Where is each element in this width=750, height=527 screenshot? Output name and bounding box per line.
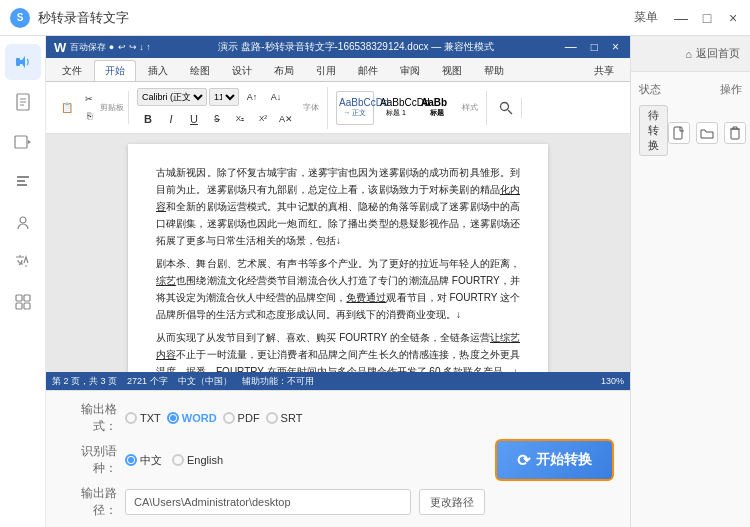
format-pdf[interactable]: PDF bbox=[223, 412, 260, 424]
strikethrough-btn[interactable]: S̶ bbox=[206, 109, 228, 129]
word-tab-help[interactable]: 帮助 bbox=[474, 61, 514, 81]
folder-action-icon[interactable] bbox=[696, 122, 718, 144]
sidebar-item-text[interactable] bbox=[5, 164, 41, 200]
font-size-select[interactable]: 11 bbox=[209, 88, 239, 106]
font-grow-btn[interactable]: A↑ bbox=[241, 87, 263, 107]
app-icon: S bbox=[10, 8, 30, 28]
title-bar: S 秒转录音转文字 菜单 — □ × bbox=[0, 0, 750, 36]
style-h1[interactable]: AaBbCcDd 标题 1 bbox=[377, 91, 415, 125]
format-txt-label: TXT bbox=[140, 412, 161, 424]
format-word-label: WORD bbox=[182, 412, 217, 424]
subscript-btn[interactable]: X₂ bbox=[229, 109, 251, 129]
radio-txt bbox=[125, 412, 137, 424]
format-txt[interactable]: TXT bbox=[125, 412, 161, 424]
style-h2[interactable]: AaBb 标题 bbox=[418, 91, 456, 125]
bold-btn[interactable]: B bbox=[137, 109, 159, 129]
word-tab-mail[interactable]: 邮件 bbox=[348, 61, 388, 81]
word-close[interactable]: × bbox=[609, 40, 622, 54]
word-tab-layout[interactable]: 布局 bbox=[264, 61, 304, 81]
word-content[interactable]: 古城新视因。除了怀复古城宇宙，迷雾宇宙也因为迷雾剧场的成功而初具雏形。到目前为止… bbox=[46, 134, 630, 372]
sidebar-item-doc[interactable] bbox=[5, 84, 41, 120]
font-group: Calibri (正文) 11 A↑ A↓ B I bbox=[133, 87, 328, 129]
word-title-bar: W 百动保存 ● ↩ ↪ ↓ ↑ 演示 盘路-秒转录音转文字-166538329… bbox=[46, 36, 630, 58]
path-input[interactable] bbox=[125, 489, 411, 515]
lang-english[interactable]: English bbox=[172, 454, 223, 466]
format-srt[interactable]: SRT bbox=[266, 412, 303, 424]
word-tabs: 文件 开始 插入 绘图 设计 布局 引用 邮件 审阅 视图 帮助 共享 bbox=[46, 58, 630, 82]
word-tab-ref[interactable]: 引用 bbox=[306, 61, 346, 81]
doc-icon bbox=[13, 92, 33, 112]
format-options: TXT WORD PDF bbox=[125, 412, 302, 424]
svg-rect-0 bbox=[16, 58, 20, 66]
right-panel-header: ⌂ 返回首页 bbox=[631, 36, 750, 72]
minimize-button[interactable]: — bbox=[674, 11, 688, 25]
word-tab-file[interactable]: 文件 bbox=[52, 61, 92, 81]
right-panel-body: 状态 操作 待转换 bbox=[631, 72, 750, 527]
word-paragraph-2: 剧本杀、舞台剧、艺术展、有声书等多个产业。为了更好的拉近与年轻人的距离，综艺也围… bbox=[156, 255, 520, 323]
format-srt-label: SRT bbox=[281, 412, 303, 424]
word-tab-share[interactable]: 共享 bbox=[584, 61, 624, 81]
search-btn[interactable] bbox=[495, 98, 517, 118]
word-tab-view[interactable]: 视图 bbox=[432, 61, 472, 81]
lang-chinese[interactable]: 中文 bbox=[125, 453, 162, 468]
sidebar-item-video[interactable] bbox=[5, 124, 41, 160]
close-button[interactable]: × bbox=[726, 11, 740, 25]
word-tab-home[interactable]: 开始 bbox=[94, 60, 136, 81]
output-format-row: 输出格式： TXT WORD bbox=[62, 401, 485, 435]
file-action-icon[interactable] bbox=[668, 122, 690, 144]
start-btn-label: 开始转换 bbox=[536, 451, 592, 469]
word-tab-insert[interactable]: 插入 bbox=[138, 61, 178, 81]
radio-english bbox=[172, 454, 184, 466]
lang-label: 识别语种： bbox=[62, 443, 117, 477]
svg-point-7 bbox=[20, 217, 26, 223]
word-tab-review[interactable]: 审阅 bbox=[390, 61, 430, 81]
word-tab-design[interactable]: 设计 bbox=[222, 61, 262, 81]
title-bar-controls: 菜单 — □ × bbox=[634, 9, 740, 26]
svg-rect-14 bbox=[674, 127, 682, 139]
paste-btn[interactable]: 📋 bbox=[56, 98, 78, 118]
font-shrink-btn[interactable]: A↓ bbox=[265, 87, 287, 107]
word-restore[interactable]: □ bbox=[588, 40, 601, 54]
svg-point-12 bbox=[501, 102, 509, 110]
underline-btn[interactable]: U bbox=[183, 109, 205, 129]
menu-button[interactable]: 菜单 bbox=[634, 9, 658, 26]
clipboard-group: 📋 ✂ ⎘ 剪贴板 bbox=[52, 91, 129, 124]
start-convert-button[interactable]: ⟳ 开始转换 bbox=[495, 439, 614, 481]
svg-line-13 bbox=[508, 110, 512, 114]
change-path-button[interactable]: 更改路径 bbox=[419, 489, 485, 515]
superscript-btn[interactable]: X² bbox=[252, 109, 274, 129]
clear-format-btn[interactable]: A✕ bbox=[275, 109, 297, 129]
cut-btn[interactable]: ✂ bbox=[80, 91, 98, 107]
svg-rect-9 bbox=[24, 295, 30, 301]
style-normal[interactable]: AaBbCcDd → 正文 bbox=[336, 91, 374, 125]
radio-srt bbox=[266, 412, 278, 424]
translate-icon bbox=[13, 252, 33, 272]
word-word-count: 2721 个字 bbox=[127, 375, 168, 388]
word-filename: 演示 盘路-秒转录音转文字-166538329124.docx — 兼容性模式 bbox=[157, 40, 556, 54]
word-lang: 中文（中国） bbox=[178, 375, 232, 388]
home-button[interactable]: ⌂ 返回首页 bbox=[685, 46, 740, 61]
format-word[interactable]: WORD bbox=[167, 412, 217, 424]
word-toolbar: 📋 ✂ ⎘ 剪贴板 Calibri (正文) bbox=[46, 82, 630, 134]
delete-action-icon[interactable] bbox=[724, 122, 746, 144]
path-label: 输出路径： bbox=[62, 485, 117, 519]
word-tab-draw[interactable]: 绘图 bbox=[180, 61, 220, 81]
italic-btn[interactable]: I bbox=[160, 109, 182, 129]
sidebar-item-translate[interactable] bbox=[5, 244, 41, 280]
svg-rect-10 bbox=[16, 303, 22, 309]
output-format-label: 输出格式： bbox=[62, 401, 117, 435]
status-col-header: 状态 bbox=[639, 82, 661, 97]
word-accessibility: 辅助功能：不可用 bbox=[242, 375, 314, 388]
word-minimize[interactable]: — bbox=[562, 40, 580, 54]
sidebar-item-other[interactable] bbox=[5, 284, 41, 320]
word-embed: W 百动保存 ● ↩ ↪ ↓ ↑ 演示 盘路-秒转录音转文字-166538329… bbox=[46, 36, 630, 390]
sidebar-item-audio[interactable] bbox=[5, 44, 41, 80]
restore-button[interactable]: □ bbox=[700, 11, 714, 25]
copy-btn[interactable]: ⎘ bbox=[80, 108, 98, 124]
font-family-select[interactable]: Calibri (正文) bbox=[137, 88, 207, 106]
folder-icon bbox=[700, 127, 714, 139]
sidebar-item-tts[interactable] bbox=[5, 204, 41, 240]
editing-group bbox=[491, 98, 522, 118]
window-controls: — □ × bbox=[674, 11, 740, 25]
tts-icon bbox=[13, 212, 33, 232]
